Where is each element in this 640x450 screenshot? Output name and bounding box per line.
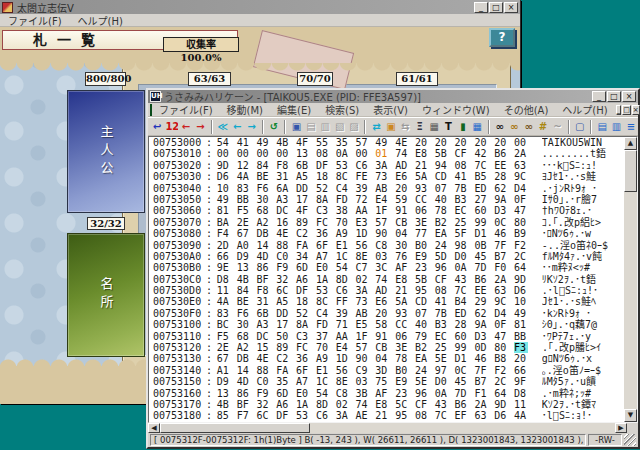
hex-byte[interactable]: 2E — [237, 217, 257, 228]
hex-byte[interactable]: 14 — [237, 365, 257, 376]
window-tile-icon[interactable]: ▥ — [610, 119, 622, 135]
hex-menu-file[interactable]: ファイル(F) — [152, 102, 220, 117]
hex-address[interactable]: 00753010 — [153, 148, 201, 159]
hex-byte[interactable]: 20 — [435, 137, 455, 148]
hex-byte[interactable]: 21 — [375, 410, 395, 421]
hex-byte[interactable]: C3 — [296, 331, 316, 342]
hex-byte[interactable]: 2C — [494, 376, 514, 387]
scroll-left-icon[interactable]: ◀ — [148, 423, 160, 433]
hex-ascii[interactable]: ｺ.｢.改p絽ﾋ> — [542, 217, 624, 228]
hex-byte[interactable]: 6B — [256, 308, 276, 319]
hex-byte[interactable]: 81 — [514, 319, 534, 330]
hex-byte[interactable]: A7 — [316, 251, 336, 262]
hex-byte[interactable]: F7 — [237, 410, 257, 421]
hex-byte[interactable]: 3B — [356, 388, 376, 399]
hex-byte[interactable]: 4A — [237, 171, 257, 182]
horizontal-scroll-track[interactable] — [310, 423, 615, 433]
hex-byte[interactable]: 91 — [375, 331, 395, 342]
hex-byte[interactable]: 1D — [336, 353, 356, 364]
card-protagonist[interactable]: 主人公 — [67, 90, 145, 213]
hex-address[interactable]: 007530C0 — [153, 274, 201, 285]
hex-byte[interactable]: FC — [296, 342, 316, 353]
hex-byte[interactable]: 78 — [395, 353, 415, 364]
hex-byte[interactable]: CF — [415, 399, 435, 410]
hex-byte[interactable]: E0 — [316, 262, 336, 273]
hex-byte[interactable]: A2 — [256, 217, 276, 228]
game-minimize-button[interactable]: _ — [474, 2, 488, 13]
hex-byte[interactable]: 53 — [296, 410, 316, 421]
hex-ascii[interactable]: ﾖJｾ1･.･s鮭 — [542, 171, 624, 182]
hex-byte[interactable]: 03 — [356, 376, 376, 387]
hex-byte[interactable]: 43 — [455, 274, 475, 285]
hex-byte[interactable]: 79 — [415, 331, 435, 342]
hex-byte[interactable]: 37 — [316, 331, 336, 342]
horizontal-scroll-thumb[interactable] — [160, 423, 310, 433]
hex-byte[interactable]: 9A — [494, 194, 514, 205]
hex-byte[interactable]: AE — [356, 410, 376, 421]
hex-byte[interactable]: DF — [276, 410, 296, 421]
hex-byte[interactable]: 45 — [474, 251, 494, 262]
hex-byte[interactable]: 30 — [237, 319, 257, 330]
hex-byte[interactable]: E3 — [356, 217, 376, 228]
hex-byte[interactable]: 3E — [395, 342, 415, 353]
hex-ascii[interactable]: Jｾ1･.･s鮭ﾍ — [542, 296, 624, 307]
hex-byte[interactable]: 8E — [336, 376, 356, 387]
hex-byte[interactable]: 08 — [455, 160, 475, 171]
window-cascade-icon[interactable]: ▤ — [596, 119, 608, 135]
hex-byte[interactable]: 5D — [435, 251, 455, 262]
hex-byte[interactable]: C6 — [336, 285, 356, 296]
hex-byte[interactable]: E9 — [415, 251, 435, 262]
hex-byte[interactable]: 3A — [336, 410, 356, 421]
hex-menu-other[interactable]: その他(A) — [497, 102, 556, 117]
hex-ascii[interactable]: TAIKOU5WIN — [542, 137, 624, 148]
hex-byte[interactable]: C2 — [296, 228, 316, 239]
hex-byte[interactable]: 7C — [455, 285, 475, 296]
hex-byte[interactable]: 3A — [375, 160, 395, 171]
hex-byte[interactable]: 57 — [375, 217, 395, 228]
hex-byte[interactable]: CD — [415, 296, 435, 307]
hex-byte[interactable]: 36 — [296, 353, 316, 364]
hex-byte[interactable]: 21 — [395, 285, 415, 296]
vertical-scrollbar[interactable]: ▲ ▼ — [624, 137, 637, 422]
hex-byte[interactable]: 4A — [217, 296, 237, 307]
horizontal-scrollbar[interactable]: ◀ ▶ — [148, 423, 627, 433]
hex-byte[interactable]: 0D — [474, 342, 494, 353]
hex-ascii[interactable]: Kｿ2ｦ.･t鐔ﾏ — [542, 399, 624, 410]
hex-ascii[interactable]: ｼ0｣.･q藕7@ — [542, 319, 624, 330]
hex-byte[interactable]: 7D — [474, 262, 494, 273]
hex-byte[interactable]: 58 — [375, 319, 395, 330]
hex-byte[interactable]: 11 — [514, 399, 534, 410]
hex-byte[interactable]: 4B — [217, 399, 237, 410]
hex-byte[interactable]: 0C — [494, 217, 514, 228]
hex-byte[interactable]: 8A — [296, 319, 316, 330]
hex-byte[interactable]: C4 — [336, 183, 356, 194]
hex-byte[interactable]: FA — [276, 365, 296, 376]
hex-byte[interactable]: F8 — [256, 285, 276, 296]
hex-byte[interactable]: 74 — [375, 274, 395, 285]
hex-byte[interactable]: 56 — [356, 240, 376, 251]
hex-byte[interactable]: F3 — [514, 342, 528, 353]
hex-byte[interactable]: 13 — [296, 148, 316, 159]
hex-byte[interactable]: 02 — [336, 399, 356, 410]
hex-address[interactable]: 007530B0 — [153, 262, 201, 273]
hex-byte[interactable]: 10 — [514, 296, 534, 307]
hex-byte[interactable]: 00 — [514, 137, 534, 148]
hex-byte[interactable]: 2D — [217, 240, 237, 251]
hex-address[interactable]: 00753150 — [153, 376, 201, 387]
hex-byte[interactable]: 73 — [356, 296, 376, 307]
hex-byte[interactable]: BB — [514, 331, 534, 342]
hex-byte[interactable]: D6 — [514, 285, 534, 296]
hex-byte[interactable]: EA — [415, 353, 435, 364]
hex-byte[interactable]: 47 — [494, 331, 514, 342]
hex-byte[interactable]: D6 — [217, 171, 237, 182]
hex-byte[interactable]: 06 — [395, 331, 415, 342]
hex-byte[interactable]: 9A — [474, 319, 494, 330]
mdi-close-button[interactable]: × — [632, 105, 640, 115]
hex-byte[interactable]: EA — [435, 228, 455, 239]
hex-byte[interactable]: F2 — [494, 365, 514, 376]
hex-byte[interactable]: 23 — [395, 388, 415, 399]
hex-byte[interactable]: 49 — [256, 137, 276, 148]
hex-byte[interactable]: 67 — [217, 353, 237, 364]
hex-byte[interactable]: 49 — [375, 137, 395, 148]
hex-byte[interactable]: 52 — [296, 308, 316, 319]
